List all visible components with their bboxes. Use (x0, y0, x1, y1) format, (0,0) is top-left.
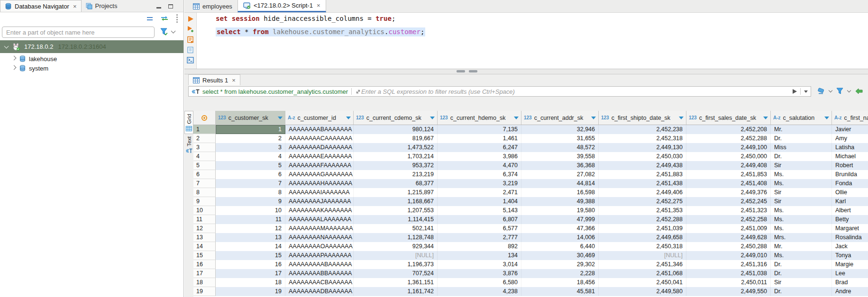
table-cell[interactable]: 4 (216, 152, 285, 161)
table-cell[interactable]: Ms. (771, 215, 832, 224)
table-cell[interactable]: 2,228 (521, 269, 599, 278)
minimize-icon[interactable] (156, 7, 161, 9)
table-cell[interactable]: Andre (832, 287, 868, 296)
table-cell[interactable]: 2,452,318 (599, 134, 686, 143)
table-cell[interactable]: 48,572 (521, 143, 599, 152)
table-cell[interactable]: Margie (832, 260, 868, 269)
row-number-cell[interactable]: 1 (193, 125, 216, 134)
column-header-c_current_addr_sk[interactable]: 123c_current_addr_sk (521, 111, 599, 125)
table-cell[interactable]: 2,451,316 (686, 260, 771, 269)
table-cell[interactable]: 1 (216, 125, 285, 134)
table-cell[interactable]: 1,196,373 (354, 260, 438, 269)
table-cell[interactable]: AAAAAAAADAAAAAAA (285, 143, 354, 152)
table-cell[interactable]: Betty (832, 215, 868, 224)
table-cell[interactable]: 2,452,208 (686, 125, 771, 134)
column-header-c_first_shipto_date_sk[interactable]: 123c_first_shipto_date_sk (599, 111, 686, 125)
table-cell[interactable]: AAAAAAAANAAAAAAA (285, 233, 354, 242)
table-cell[interactable]: AAAAAAAAJAAAAAAA (285, 197, 354, 206)
table-cell[interactable]: 2,449,130 (599, 143, 686, 152)
table-cell[interactable]: 27,082 (521, 170, 599, 179)
table-cell[interactable]: Fonda (832, 179, 868, 188)
row-number-cell[interactable]: 18 (193, 278, 216, 287)
table-cell[interactable]: 49,388 (521, 197, 599, 206)
splitter-handle-icon[interactable] (457, 70, 477, 72)
table-cell[interactable]: 2,450,318 (599, 242, 686, 251)
table-cell[interactable]: Dr. (771, 152, 832, 161)
table-cell[interactable]: 1,361,151 (354, 278, 438, 287)
table-cell[interactable]: 2,452,258 (686, 215, 771, 224)
table-cell[interactable]: Mr. (771, 242, 832, 251)
table-cell[interactable]: 14,006 (521, 233, 599, 242)
table-cell[interactable]: 2,471 (438, 188, 521, 197)
table-cell[interactable]: Albert (832, 206, 868, 215)
table-cell[interactable]: 213,219 (354, 170, 438, 179)
table-cell[interactable]: 36,368 (521, 161, 599, 170)
row-number-cell[interactable]: 2 (193, 134, 216, 143)
table-cell[interactable]: 2,450,288 (686, 242, 771, 251)
row-number-cell[interactable]: 9 (193, 197, 216, 206)
column-dropdown-icon[interactable] (591, 117, 596, 119)
tab-projects[interactable]: Projects (82, 0, 122, 12)
column-dropdown-icon[interactable] (679, 117, 684, 119)
table-cell[interactable]: 2,777 (438, 233, 521, 242)
maximize-icon[interactable] (168, 4, 173, 9)
table-cell[interactable]: [NULL] (354, 251, 438, 260)
table-cell[interactable]: 2,450,000 (686, 152, 771, 161)
chevron-collapsed-icon[interactable] (12, 56, 17, 61)
table-cell[interactable]: 16 (216, 260, 285, 269)
tab-employees[interactable]: employees (188, 0, 238, 12)
table-cell[interactable]: 2,451,438 (599, 179, 686, 188)
table-cell[interactable]: AAAAAAAAFAAAAAAA (285, 161, 354, 170)
table-cell[interactable]: 9 (216, 197, 285, 206)
table-cell[interactable]: Brunilda (832, 170, 868, 179)
table-cell[interactable]: 32,946 (521, 125, 599, 134)
table-cell[interactable]: 1,168,667 (354, 197, 438, 206)
table-cell[interactable]: 2,452,288 (686, 134, 771, 143)
output-console-icon[interactable] (187, 57, 194, 63)
execute-new-tab-icon[interactable] (187, 26, 194, 33)
table-cell[interactable]: 2,451,068 (599, 269, 686, 278)
table-cell[interactable]: AAAAAAAAABAAAAAA (285, 260, 354, 269)
table-cell[interactable]: 980,124 (354, 125, 438, 134)
table-cell[interactable]: 5,143 (438, 206, 521, 215)
table-cell[interactable]: 6,577 (438, 224, 521, 233)
tab-grid-view[interactable]: Grid (184, 111, 193, 134)
table-cell[interactable]: 12 (216, 224, 285, 233)
table-cell[interactable]: 2,451,353 (599, 206, 686, 215)
table-cell[interactable]: Sir (771, 161, 832, 170)
table-cell[interactable]: 18,456 (521, 278, 599, 287)
table-cell[interactable]: AAAAAAAADBAAAAAA (285, 287, 354, 296)
table-cell[interactable]: 2,452,288 (599, 215, 686, 224)
sql-code-line[interactable]: select * from lakehouse.customer_analyti… (216, 28, 425, 36)
sql-code[interactable]: set session hide_inaccessible_columns = … (197, 13, 868, 69)
table-cell[interactable]: 7,135 (438, 125, 521, 134)
link-with-editor-icon[interactable] (161, 16, 168, 21)
table-cell[interactable]: 13 (216, 233, 285, 242)
table-cell[interactable]: Ms. (771, 179, 832, 188)
table-cell[interactable]: 2,451,883 (599, 170, 686, 179)
table-cell[interactable]: 8 (216, 188, 285, 197)
row-number-cell[interactable]: 19 (193, 287, 216, 296)
tree-item-connection[interactable]: 172.18.0.2 172.18.0.2:31604 (0, 40, 183, 53)
table-cell[interactable]: 2,451,009 (686, 224, 771, 233)
column-header-c_first_sales_date_sk[interactable]: 123c_first_sales_date_sk (686, 111, 771, 125)
close-icon[interactable]: × (73, 3, 77, 10)
table-cell[interactable]: Sir (771, 188, 832, 197)
row-number-cell[interactable]: 13 (193, 233, 216, 242)
table-cell[interactable]: AAAAAAAACAAAAAAA (285, 134, 354, 143)
table-cell[interactable]: 14 (216, 242, 285, 251)
erase-filter-icon[interactable] (817, 88, 825, 94)
column-header-c_salutation[interactable]: A-zc_salutation (771, 111, 832, 125)
table-cell[interactable]: Ollie (832, 188, 868, 197)
table-cell[interactable]: 11 (216, 215, 285, 224)
column-header-c_current_hdemo_sk[interactable]: 123c_current_hdemo_sk (438, 111, 521, 125)
table-cell[interactable]: Brad (832, 278, 868, 287)
close-icon[interactable]: × (232, 77, 236, 84)
filter-funnel-icon[interactable] (160, 28, 168, 36)
table-cell[interactable]: Amy (832, 134, 868, 143)
row-number-cell[interactable]: 12 (193, 224, 216, 233)
table-cell[interactable]: 30,469 (521, 251, 599, 260)
view-menu-icon[interactable] (176, 14, 178, 23)
table-cell[interactable]: 2 (216, 134, 285, 143)
result-filter-input[interactable]: select * from lakehouse.customer_analyti… (188, 86, 811, 97)
